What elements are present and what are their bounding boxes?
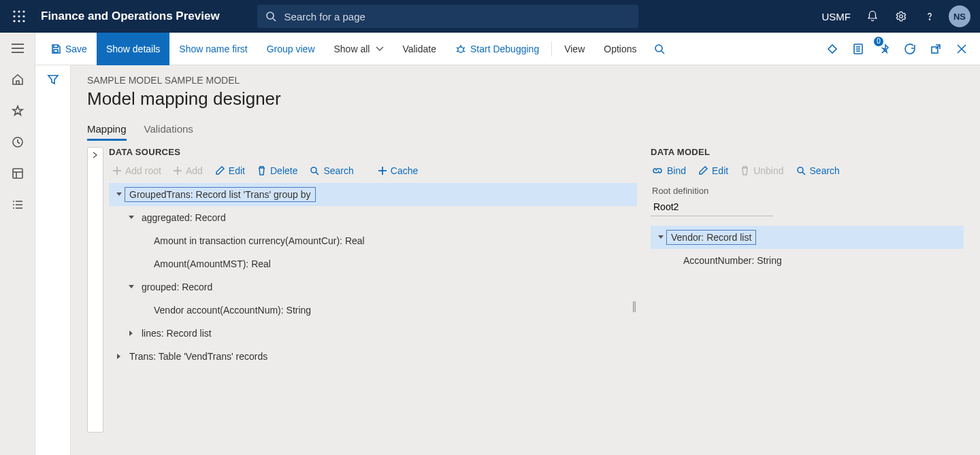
svg-point-12: [929, 19, 930, 20]
tree-node[interactable]: Amount(AmountMST): Real: [109, 252, 637, 275]
datasources-tree: GroupedTrans: Record list 'Trans' group …: [109, 183, 637, 368]
app-title: Finance and Operations Preview: [41, 10, 220, 23]
collapse-icon[interactable]: [125, 281, 137, 293]
show-details-button[interactable]: Show details: [97, 33, 169, 65]
group-view-button[interactable]: Group view: [257, 33, 325, 65]
tree-node[interactable]: aggregated: Record: [109, 206, 637, 229]
show-details-label: Show details: [106, 44, 160, 54]
action-bar: Save Show details Show name first Group …: [35, 33, 980, 65]
collapse-icon[interactable]: [113, 188, 125, 201]
pencil-icon: [215, 166, 225, 175]
favorites-icon[interactable]: [0, 95, 35, 127]
tree-label: Amount in transaction currency(AmountCur…: [150, 234, 369, 248]
popout-icon[interactable]: [923, 33, 949, 65]
svg-line-31: [457, 51, 458, 52]
view-menu[interactable]: View: [555, 33, 594, 65]
search-icon: [257, 11, 284, 22]
debug-icon: [455, 44, 466, 54]
help-icon[interactable]: [916, 0, 943, 33]
dm-search-button[interactable]: Search: [796, 165, 840, 176]
svg-point-0: [13, 10, 15, 12]
options-label: Options: [604, 44, 636, 54]
tab-validations[interactable]: Validations: [144, 119, 193, 141]
filter-pane-toggle[interactable]: [35, 65, 71, 455]
app-launcher-icon[interactable]: [5, 0, 33, 33]
unbind-button: Unbind: [740, 165, 783, 176]
modules-icon[interactable]: [0, 189, 35, 220]
datamodel-title: DATA MODEL: [651, 147, 964, 157]
tree-node[interactable]: lines: Record list: [109, 322, 637, 345]
options-menu[interactable]: Options: [594, 33, 646, 65]
search-button[interactable]: Search: [310, 165, 353, 176]
svg-line-52: [802, 172, 805, 175]
show-all-dropdown[interactable]: Show all: [325, 33, 393, 65]
nav-rail: [0, 33, 35, 455]
hamburger-icon[interactable]: [0, 33, 35, 64]
datamodel-tree: Vendor: Record list AccountNumber: Strin…: [651, 226, 964, 272]
settings-icon[interactable]: [887, 0, 915, 33]
svg-point-11: [900, 15, 903, 18]
workspaces-icon[interactable]: [0, 158, 35, 189]
separator: [551, 41, 552, 56]
cache-button[interactable]: Cache: [378, 165, 418, 176]
home-icon[interactable]: [0, 64, 35, 95]
breadcrumb: SAMPLE MODEL SAMPLE MODEL: [87, 75, 964, 86]
svg-point-47: [311, 167, 316, 173]
show-name-first-label: Show name first: [179, 44, 247, 54]
tree-node[interactable]: Amount in transaction currency(AmountCur…: [109, 229, 637, 252]
add-root-button: Add root: [113, 165, 161, 176]
global-search[interactable]: Search for a page: [257, 5, 638, 28]
chevron-down-icon: [376, 47, 383, 51]
datasource-types-expander[interactable]: [87, 147, 103, 433]
bind-button[interactable]: Bind: [652, 165, 686, 176]
root-definition-input[interactable]: [651, 197, 773, 216]
tree-node[interactable]: Vendor account(AccountNum): String: [109, 299, 637, 322]
dm-edit-button[interactable]: Edit: [698, 165, 728, 176]
validate-button[interactable]: Validate: [393, 33, 446, 65]
save-button[interactable]: Save: [41, 33, 97, 65]
datasources-title: DATA SOURCES: [109, 147, 637, 157]
refresh-icon[interactable]: [897, 33, 923, 65]
action-search-icon[interactable]: [647, 33, 672, 65]
tree-node[interactable]: AccountNumber: String: [651, 249, 964, 272]
delete-button[interactable]: Delete: [257, 165, 297, 176]
root-definition-label: Root definition: [652, 186, 964, 196]
tree-label: AccountNumber: String: [679, 254, 786, 267]
splitter-handle[interactable]: ‖: [632, 297, 637, 314]
edit-button[interactable]: Edit: [215, 165, 245, 176]
recent-icon[interactable]: [0, 127, 35, 158]
show-name-first-button[interactable]: Show name first: [169, 33, 257, 65]
notifications-icon[interactable]: [859, 0, 886, 33]
svg-line-34: [662, 51, 664, 54]
expand-icon[interactable]: [125, 327, 137, 339]
svg-point-33: [655, 45, 662, 52]
tree-label: GroupedTrans: Record list 'Trans' group …: [125, 188, 315, 201]
tree-node[interactable]: Trans: Table 'VendTrans' records: [109, 345, 637, 368]
tree-label: lines: Record list: [137, 326, 216, 340]
search-placeholder: Search for a page: [284, 11, 365, 22]
search-icon: [796, 166, 806, 175]
attach-icon[interactable]: [819, 33, 845, 65]
link-icon: [652, 167, 663, 175]
collapse-icon[interactable]: [655, 231, 667, 243]
collapse-icon[interactable]: [125, 212, 137, 224]
search-icon: [310, 166, 319, 175]
tree-node[interactable]: GroupedTrans: Record list 'Trans' group …: [109, 183, 637, 206]
tab-mapping[interactable]: Mapping: [87, 119, 127, 141]
svg-point-4: [18, 15, 20, 17]
user-avatar[interactable]: NS: [949, 5, 970, 27]
svg-point-5: [22, 15, 24, 17]
svg-rect-17: [13, 169, 22, 178]
close-icon[interactable]: [949, 33, 975, 65]
start-debugging-button[interactable]: Start Debugging: [446, 33, 549, 65]
top-bar: Finance and Operations Preview Search fo…: [0, 0, 980, 33]
tree-node[interactable]: Vendor: Record list: [651, 226, 964, 249]
expand-icon[interactable]: [113, 350, 125, 363]
tree-label: Trans: Table 'VendTrans' records: [125, 350, 272, 363]
show-all-label: Show all: [334, 44, 370, 54]
pin-icon[interactable]: 0: [871, 33, 897, 65]
svg-point-6: [13, 20, 15, 22]
office-icon[interactable]: [845, 33, 871, 65]
tree-node[interactable]: grouped: Record: [109, 275, 637, 299]
company-picker[interactable]: USMF: [815, 11, 858, 22]
